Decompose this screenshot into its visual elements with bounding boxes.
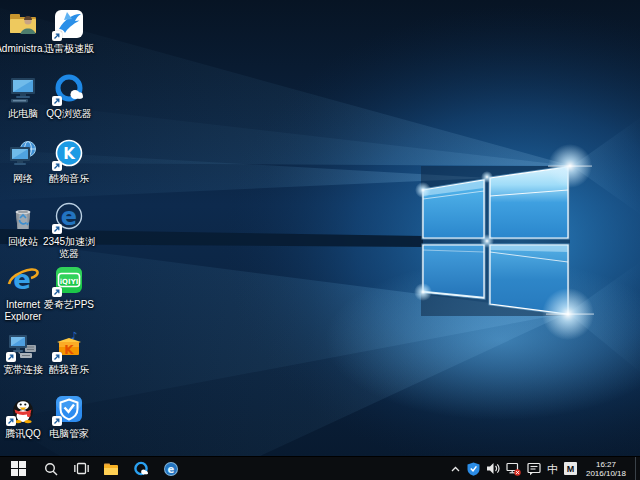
search-button[interactable] xyxy=(36,457,66,480)
desktop-icon-iqiyi-pps[interactable]: iQIYI 爱奇艺PPS xyxy=(38,264,100,311)
ime-language-indicator[interactable]: M xyxy=(564,457,577,480)
desktop-icon-label: QQ浏览器 xyxy=(38,108,100,120)
svg-text:e: e xyxy=(61,203,77,231)
shortcut-arrow-icon xyxy=(52,96,62,106)
network-status-button[interactable] xyxy=(506,457,521,480)
windows-logo-icon xyxy=(11,461,26,476)
desktop-icon-label: 酷狗音乐 xyxy=(38,173,100,185)
internet-explorer-icon: e xyxy=(7,264,39,296)
desktop-icon-kugou-music[interactable]: K 酷狗音乐 xyxy=(38,138,100,185)
shortcut-arrow-icon xyxy=(52,287,62,297)
qq-browser-icon xyxy=(133,461,149,477)
task-view-button[interactable] xyxy=(66,457,96,480)
clock-date: 2016/10/18 xyxy=(586,469,626,478)
search-icon xyxy=(44,462,58,476)
action-center-button[interactable] xyxy=(527,457,541,480)
file-explorer-icon xyxy=(103,462,119,476)
taskbar: e xyxy=(0,456,640,480)
this-pc-icon xyxy=(7,73,39,105)
2345-explorer-taskbar-button[interactable]: e xyxy=(156,457,186,480)
start-button[interactable] xyxy=(0,457,36,480)
desktop-icon-label: 酷我音乐 xyxy=(38,364,100,376)
desktop-icon-label: 2345加速浏览器 xyxy=(38,236,100,260)
action-center-icon xyxy=(527,462,541,476)
taskbar-clock[interactable]: 16:27 2016/10/18 xyxy=(583,460,629,478)
desktop-icon-2345-browser[interactable]: e 2345加速浏览器 xyxy=(38,201,100,260)
desktop[interactable]: Administra... 此电脑 网络 xyxy=(0,0,640,456)
shortcut-arrow-icon xyxy=(6,352,16,362)
show-desktop-button[interactable] xyxy=(635,457,640,480)
ime-language-badge: M xyxy=(564,462,577,475)
2345-explorer-icon: e xyxy=(163,461,179,477)
shortcut-arrow-icon xyxy=(52,416,62,426)
svg-text:e: e xyxy=(168,464,175,475)
shield-icon xyxy=(467,462,480,476)
pc-manager-tray-button[interactable] xyxy=(467,457,480,480)
desktop-icon-label: 电脑管家 xyxy=(38,428,100,440)
svg-text:K: K xyxy=(64,343,74,357)
desktop-icon-label: 爱奇艺PPS xyxy=(38,299,100,311)
svg-text:K: K xyxy=(63,145,76,163)
shortcut-arrow-icon xyxy=(52,352,62,362)
desktop-icon-pc-manager[interactable]: 电脑管家 xyxy=(38,393,100,440)
file-explorer-button[interactable] xyxy=(96,457,126,480)
shortcut-arrow-icon xyxy=(52,224,62,234)
volume-button[interactable] xyxy=(486,457,500,480)
desktop-icon-thunder[interactable]: 迅雷极速版 xyxy=(38,8,100,55)
shortcut-arrow-icon xyxy=(6,416,16,426)
svg-text:iQIYI: iQIYI xyxy=(60,278,79,286)
shortcut-arrow-icon xyxy=(52,161,62,171)
show-hidden-icons-button[interactable] xyxy=(450,457,461,480)
ime-mode-indicator[interactable]: 中 xyxy=(547,457,558,480)
speaker-icon xyxy=(486,462,500,475)
task-view-icon xyxy=(74,462,89,475)
shortcut-arrow-icon xyxy=(52,31,62,41)
network-icon xyxy=(7,138,39,170)
qq-browser-taskbar-button[interactable] xyxy=(126,457,156,480)
recycle-bin-icon xyxy=(7,201,39,233)
chevron-up-icon xyxy=(450,464,461,474)
user-folder-icon xyxy=(7,8,39,40)
clock-time: 16:27 xyxy=(586,460,626,469)
desktop-icon-label: 迅雷极速版 xyxy=(38,43,100,55)
desktop-icon-qq-browser[interactable]: QQ浏览器 xyxy=(38,73,100,120)
system-tray: 中 M 16:27 2016/10/18 xyxy=(450,457,640,480)
desktop-icon-kuwo-music[interactable]: ♪ K 酷我音乐 xyxy=(38,329,100,376)
network-disconnected-icon xyxy=(506,462,521,476)
